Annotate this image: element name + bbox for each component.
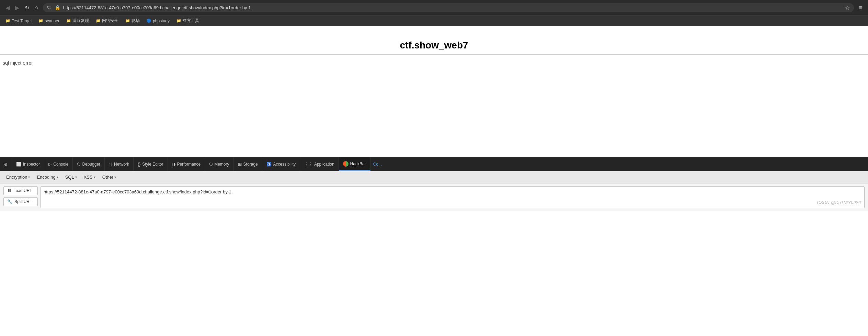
- tab-style-editor[interactable]: {} Style Editor: [134, 157, 168, 171]
- bookmark-label: phpstudy: [153, 19, 170, 23]
- back-button[interactable]: ◀: [3, 3, 12, 12]
- bookmark-label: 网络安全: [102, 18, 118, 24]
- bookmark-label: scanner: [45, 19, 59, 23]
- other-menu-button[interactable]: Other ▾: [100, 173, 119, 181]
- split-url-label: Split URL: [14, 199, 32, 204]
- tab-performance-label: Performance: [177, 162, 201, 167]
- browser-menu-button[interactable]: ≡: [857, 3, 865, 13]
- other-label: Other: [102, 175, 114, 180]
- address-input[interactable]: [63, 5, 843, 10]
- bookmark-test-target[interactable]: 📁 Test Target: [3, 18, 34, 24]
- bookmark-label: Test Target: [12, 19, 32, 23]
- hackbar-panel: Encryption ▾ Encoding ▾ SQL ▾ XSS ▾ Othe…: [0, 171, 868, 211]
- tab-accessibility-label: Accessibility: [273, 162, 296, 167]
- hackbar-url-text: https://52114472-881c-47a0-a797-e00cc703…: [44, 189, 231, 194]
- tab-inspector-label: Inspector: [23, 162, 40, 167]
- bookmark-network-security[interactable]: 📁 网络安全: [93, 17, 121, 24]
- load-url-icon: 🖥: [7, 188, 11, 193]
- tab-debugger-label: Debugger: [82, 162, 100, 167]
- encryption-arrow-icon: ▾: [28, 175, 30, 179]
- page-body: sql inject error: [0, 55, 868, 71]
- hackbar-content: 🖥 Load URL 🔧 Split URL https://52114472-…: [0, 183, 868, 211]
- copilot-button[interactable]: Co...: [370, 162, 385, 167]
- tab-console[interactable]: ▷ Console: [44, 157, 73, 171]
- tab-hackbar-label: HackBar: [350, 161, 366, 166]
- hackbar-actions: 🖥 Load URL 🔧 Split URL: [3, 186, 38, 208]
- style-editor-icon: {}: [138, 162, 140, 167]
- bookmark-phpstudy[interactable]: 🔵 phpstudy: [144, 18, 172, 24]
- encoding-menu-button[interactable]: Encoding ▾: [34, 173, 61, 181]
- bookmark-icon: 📁: [176, 19, 181, 23]
- tab-storage[interactable]: ▦ Storage: [234, 157, 262, 171]
- other-arrow-icon: ▾: [114, 175, 116, 179]
- tab-memory-label: Memory: [214, 162, 229, 167]
- bookmark-icon: 📁: [125, 19, 130, 23]
- tab-hackbar[interactable]: HackBar: [339, 157, 370, 171]
- bookmark-target-range[interactable]: 📁 靶场: [123, 17, 142, 24]
- nav-bar: ◀ ▶ ↻ ⌂ 🛡 🔒 ☆ ≡: [0, 0, 868, 15]
- browser-chrome: ◀ ▶ ↻ ⌂ 🛡 🔒 ☆ ≡ 📁 Test Target 📁 scanner …: [0, 0, 868, 26]
- nav-buttons: ◀ ▶ ↻ ⌂: [3, 3, 40, 12]
- bookmark-label: 红方工具: [183, 18, 199, 24]
- tab-inspector[interactable]: ⬜ Inspector: [12, 157, 44, 171]
- page-title: ctf.show_web7: [0, 33, 868, 54]
- bookmark-label: 漏洞复现: [72, 18, 89, 24]
- bookmark-vuln[interactable]: 📁 漏洞复现: [64, 17, 92, 24]
- split-url-button[interactable]: 🔧 Split URL: [3, 197, 38, 206]
- tab-network[interactable]: ⇅ Network: [105, 157, 134, 171]
- tab-console-label: Console: [53, 162, 68, 167]
- bookmarks-bar: 📁 Test Target 📁 scanner 📁 漏洞复现 📁 网络安全 📁 …: [0, 15, 868, 26]
- tab-performance[interactable]: ◑ Performance: [168, 157, 205, 171]
- home-button[interactable]: ⌂: [33, 3, 40, 12]
- accessibility-icon: ♿: [266, 162, 272, 167]
- bookmark-icon: 📁: [66, 19, 71, 23]
- bookmark-icon: 📁: [38, 19, 43, 23]
- encoding-arrow-icon: ▾: [57, 175, 58, 179]
- page-content: ctf.show_web7 sql inject error: [0, 26, 868, 157]
- error-message: sql inject error: [3, 60, 33, 66]
- debugger-icon: ⬡: [77, 162, 80, 167]
- address-bar-container: 🛡 🔒 ☆: [43, 3, 854, 12]
- lock-icon: 🔒: [55, 5, 60, 10]
- load-url-button[interactable]: 🖥 Load URL: [3, 186, 38, 195]
- encoding-label: Encoding: [37, 175, 55, 180]
- bookmark-red-tools[interactable]: 📁 红方工具: [174, 17, 202, 24]
- load-url-label: Load URL: [13, 188, 32, 193]
- tab-style-editor-label: Style Editor: [142, 162, 163, 167]
- network-icon: ⇅: [109, 162, 112, 167]
- xss-label: XSS: [84, 175, 93, 180]
- encryption-label: Encryption: [6, 175, 27, 180]
- bookmark-label: 靶场: [132, 18, 140, 24]
- split-url-icon: 🔧: [7, 199, 12, 204]
- xss-arrow-icon: ▾: [94, 175, 95, 179]
- pointer-icon: ⊕: [4, 162, 8, 167]
- inspector-icon: ⬜: [16, 162, 21, 167]
- tab-accessibility[interactable]: ♿ Accessibility: [262, 157, 300, 171]
- tab-memory[interactable]: ⬡ Memory: [205, 157, 233, 171]
- tab-application[interactable]: ⋮⋮ Application: [300, 157, 339, 171]
- reload-button[interactable]: ↻: [23, 3, 31, 12]
- bookmark-scanner[interactable]: 📁 scanner: [36, 18, 62, 24]
- devtools-pointer-tab[interactable]: ⊕: [0, 157, 12, 171]
- xss-menu-button[interactable]: XSS ▾: [81, 173, 98, 181]
- sql-label: SQL: [65, 175, 74, 180]
- memory-icon: ⬡: [209, 162, 213, 167]
- sql-menu-button[interactable]: SQL ▾: [62, 173, 80, 181]
- bookmark-icon: 📁: [96, 19, 101, 23]
- devtools-tabs-bar: ⊕ ⬜ Inspector ▷ Console ⬡ Debugger ⇅ Net…: [0, 157, 868, 171]
- tab-debugger[interactable]: ⬡ Debugger: [73, 157, 105, 171]
- tab-storage-label: Storage: [243, 162, 258, 167]
- performance-icon: ◑: [172, 162, 175, 167]
- forward-button[interactable]: ▶: [13, 3, 21, 12]
- application-icon: ⋮⋮: [304, 162, 312, 167]
- devtools-panel: ⊕ ⬜ Inspector ▷ Console ⬡ Debugger ⇅ Net…: [0, 157, 868, 211]
- hackbar-watermark: CSDN @Da1NtY0926: [817, 200, 861, 205]
- tab-application-label: Application: [314, 162, 334, 167]
- storage-icon: ▦: [238, 162, 242, 167]
- console-icon: ▷: [48, 162, 52, 167]
- bookmark-star-button[interactable]: ☆: [845, 4, 850, 11]
- bookmark-icon: 🔵: [147, 19, 151, 23]
- shield-icon: 🛡: [47, 5, 52, 10]
- encryption-menu-button[interactable]: Encryption ▾: [3, 173, 33, 181]
- sql-arrow-icon: ▾: [75, 175, 77, 179]
